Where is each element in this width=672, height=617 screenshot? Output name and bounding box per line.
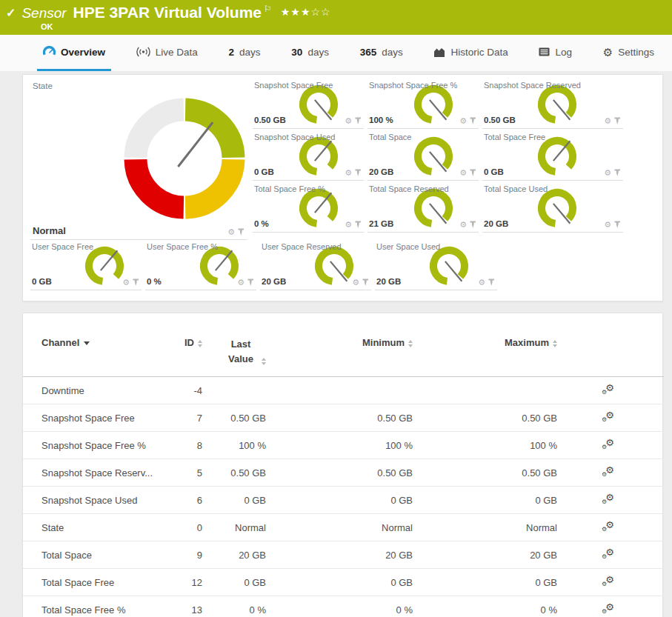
pin-icon[interactable]	[355, 221, 362, 229]
maximum-cell: 0 %	[413, 596, 557, 617]
pin-icon[interactable]	[488, 279, 495, 287]
channel-id-cell: 5	[182, 459, 202, 487]
gear-icon[interactable]: ⚙	[237, 279, 244, 287]
tab-settings[interactable]: ⚙Settings	[597, 35, 660, 71]
tab-log[interactable]: Log	[533, 35, 578, 71]
column-header-channel[interactable]: Channel	[23, 321, 182, 377]
gear-icon[interactable]: ⚙	[345, 117, 352, 125]
channel-id-cell: -4	[182, 377, 202, 404]
gauge-panel-snapshot-space-reserved: Snapshot Space Reserved0.50 GB⚙	[482, 80, 623, 129]
channel-name-cell: Total Space Free %	[23, 596, 182, 617]
gauge-panel-icons: ⚙	[459, 117, 476, 125]
table-row: Total Space920 GB20 GB20 GB⚙⚙	[23, 541, 664, 569]
state-panel: State Normal ⚙	[30, 80, 247, 240]
channel-settings-cell: ⚙⚙	[557, 404, 664, 432]
column-header-maximum[interactable]: Maximum	[413, 321, 557, 377]
gear-icon[interactable]: ⚙	[604, 117, 611, 125]
pin-icon[interactable]	[614, 221, 621, 229]
channel-settings-icon[interactable]: ⚙⚙	[602, 466, 614, 477]
star-filled-icon[interactable]: ★	[281, 6, 291, 18]
channel-name-cell: Snapshot Space Reserv...	[23, 459, 182, 487]
gauge-value: 0 GB	[254, 167, 274, 176]
gear-icon[interactable]: ⚙	[604, 169, 611, 177]
gear-icon[interactable]: ⚙	[122, 279, 130, 287]
gauge-panel-icons: ⚙	[478, 279, 495, 287]
pin-icon[interactable]	[247, 279, 254, 287]
channel-settings-icon[interactable]: ⚙⚙	[602, 411, 614, 422]
tab-historic-data[interactable]: Historic Data	[428, 35, 513, 71]
gauge-panel-user-space-free-: User Space Free %0 %⚙	[145, 241, 256, 290]
gauge-label: Snapshot Space Free %	[369, 81, 457, 90]
sensor-kind-label: Sensor	[21, 5, 66, 21]
gauge-label: Snapshot Space Reserved	[484, 81, 581, 90]
column-label: ID	[184, 337, 194, 348]
channel-settings-icon[interactable]: ⚙⚙	[602, 438, 614, 450]
flag-icon[interactable]: ⚐	[264, 4, 272, 14]
channel-table: ChannelIDLast ValueMinimumMaximum Downti…	[23, 321, 664, 617]
pin-icon[interactable]	[355, 169, 362, 177]
channel-table-body: Downtime-4⚙⚙Snapshot Space Free70.50 GB0…	[23, 377, 664, 617]
star-empty-icon[interactable]: ☆	[321, 6, 331, 18]
sort-updown-icon	[408, 340, 413, 347]
pin-icon[interactable]	[362, 279, 369, 287]
gauge-value: 0 %	[147, 277, 162, 286]
table-row: Snapshot Space Reserv...50.50 GB0.50 GB0…	[23, 459, 664, 487]
star-rating[interactable]: ★★★☆☆	[281, 6, 331, 18]
gear-icon[interactable]: ⚙	[459, 169, 467, 177]
channel-name-cell: Snapshot Space Used	[23, 487, 182, 514]
channel-settings-icon[interactable]: ⚙⚙	[602, 521, 614, 532]
star-filled-icon[interactable]: ★	[290, 6, 301, 18]
tab-live-data[interactable]: Live Data	[130, 35, 204, 71]
tab-2-days[interactable]: 2days	[223, 35, 267, 71]
maximum-cell: 0.50 GB	[413, 404, 557, 432]
tab-365-days[interactable]: 365days	[354, 35, 409, 71]
channel-settings-icon[interactable]: ⚙⚙	[602, 384, 614, 395]
gear-icon[interactable]: ⚙	[345, 169, 352, 177]
star-filled-icon[interactable]: ★	[301, 6, 311, 18]
channel-name-cell: State	[23, 514, 182, 541]
gear-icon[interactable]: ⚙	[478, 279, 485, 287]
column-label: Last Value	[224, 337, 258, 366]
star-empty-icon[interactable]: ☆	[310, 6, 321, 18]
pin-icon[interactable]	[238, 228, 244, 236]
gear-icon[interactable]: ⚙	[227, 228, 235, 236]
gauge-label: User Space Free	[32, 242, 93, 251]
pin-icon[interactable]	[133, 279, 139, 287]
pin-icon[interactable]	[614, 117, 621, 125]
gear-icon[interactable]: ⚙	[459, 117, 467, 125]
column-label: Minimum	[362, 337, 405, 348]
pin-icon[interactable]	[470, 117, 476, 125]
channel-settings-icon[interactable]: ⚙⚙	[602, 493, 614, 504]
sensor-status-banner: ✓ Sensor HPE 3PAR Virtual Volume ⚐ ★★★☆☆…	[0, 0, 672, 35]
channel-settings-icon[interactable]: ⚙⚙	[602, 603, 614, 614]
gauge-value: 0.50 GB	[484, 116, 516, 124]
channel-settings-cell: ⚙⚙	[557, 569, 664, 596]
column-header-last-value[interactable]: Last Value	[202, 321, 266, 377]
gauge-dial	[536, 187, 578, 232]
last-value-cell: 0 %	[202, 596, 266, 617]
pin-icon[interactable]	[355, 117, 362, 125]
channel-settings-icon[interactable]: ⚙⚙	[602, 548, 614, 559]
table-row: Total Space Free120 GB0 GB0 GB⚙⚙	[23, 569, 664, 596]
tab-overview[interactable]: Overview	[37, 35, 111, 71]
main-content: State Normal ⚙ Snapshot Space Free0.50 G…	[0, 72, 672, 617]
tab-number: 30	[291, 47, 302, 58]
pin-icon[interactable]	[614, 169, 621, 177]
last-value-cell: 20 GB	[202, 541, 266, 569]
channel-name-cell: Downtime	[23, 377, 182, 404]
column-header-minimum[interactable]: Minimum	[266, 321, 413, 377]
gauge-icon	[43, 46, 56, 58]
channel-settings-icon[interactable]: ⚙⚙	[602, 576, 614, 587]
pin-icon[interactable]	[470, 221, 476, 229]
pin-icon[interactable]	[470, 169, 476, 177]
gear-icon[interactable]: ⚙	[459, 221, 467, 229]
gauge-value: 20 GB	[484, 219, 508, 228]
gear-icon[interactable]: ⚙	[604, 221, 611, 229]
column-header-id[interactable]: ID	[182, 321, 202, 377]
tab-30-days[interactable]: 30days	[285, 35, 335, 71]
gear-icon[interactable]: ⚙	[345, 221, 352, 229]
state-panel-icons: ⚙	[227, 228, 244, 236]
gear-icon[interactable]: ⚙	[352, 279, 359, 287]
gauge-label: Snapshot Space Free	[254, 81, 333, 90]
channel-id-cell: 9	[182, 541, 202, 569]
